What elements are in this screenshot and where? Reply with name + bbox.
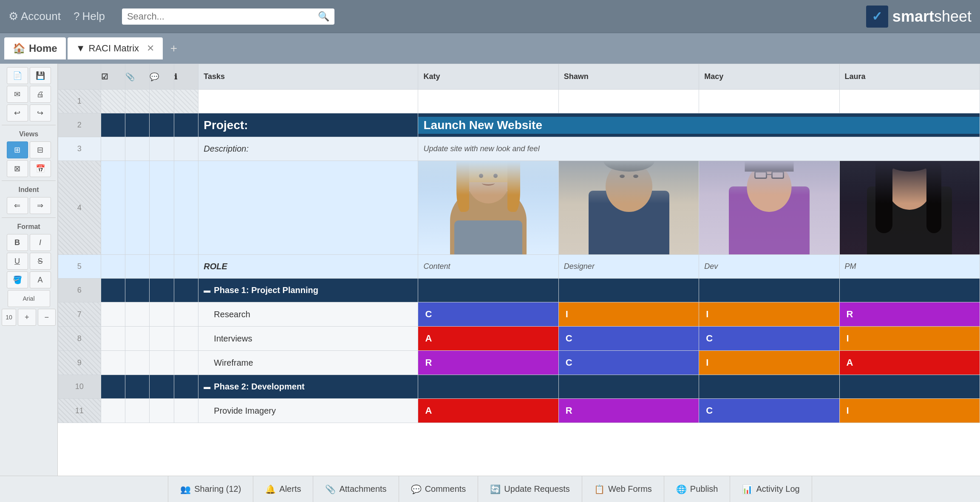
text-color-button[interactable]: A — [30, 271, 51, 288]
calendar-view-button[interactable]: 📅 — [30, 160, 51, 177]
web-forms-button[interactable]: 📋 Web Forms — [582, 476, 664, 502]
row5-macy[interactable]: Dev — [699, 255, 839, 279]
tab-home[interactable]: 🏠 Home — [4, 37, 66, 59]
row7-laura[interactable]: R — [839, 302, 980, 327]
row2-tasks[interactable]: Project: — [198, 113, 418, 137]
new-button[interactable]: 📄 — [7, 67, 28, 84]
close-tab-icon[interactable]: ✕ — [147, 43, 154, 54]
row1-shawn[interactable] — [558, 90, 699, 113]
phase2-label: ▬ Phase 2: Development — [198, 380, 418, 393]
row3-value[interactable]: Update site with new look and feel — [418, 137, 980, 161]
help-menu[interactable]: ? Help — [74, 10, 105, 23]
comments-icon: 💬 — [411, 484, 422, 494]
row10-katy — [418, 375, 558, 399]
undo-button[interactable]: ↩ — [7, 104, 28, 121]
row8-tasks[interactable]: Interviews — [198, 327, 418, 351]
row9-katy[interactable]: R — [418, 351, 558, 375]
row7-shawn[interactable]: I — [558, 302, 699, 327]
bold-button[interactable]: B — [7, 234, 28, 251]
indent-out-button[interactable]: ⇐ — [7, 197, 28, 214]
mail-button[interactable]: ✉ — [7, 86, 28, 103]
add-tab-button[interactable]: + — [164, 39, 183, 58]
fill-color-button[interactable]: 🪣 — [7, 271, 28, 288]
row11-shawn[interactable]: R — [558, 399, 699, 423]
print-button[interactable]: 🖨 — [30, 86, 51, 103]
save-button[interactable]: 💾 — [30, 67, 51, 84]
grid-view-button[interactable]: ⊞ — [7, 141, 28, 158]
tab-raci-matrix[interactable]: ▼ RACI Matrix ✕ — [68, 37, 163, 59]
search-box[interactable]: 🔍 — [122, 8, 334, 25]
publish-button[interactable]: 🌐 Publish — [664, 476, 731, 502]
row11-tasks[interactable]: Provide Imagery — [198, 399, 418, 423]
row2-value[interactable]: Launch New Website — [418, 113, 980, 137]
account-menu[interactable]: ⚙ Account — [8, 10, 61, 23]
row9-info — [174, 351, 198, 375]
row10-tasks[interactable]: ▬ Phase 2: Development — [198, 375, 418, 399]
indent-in-button[interactable]: ⇒ — [30, 197, 51, 214]
sharing-label: Sharing (12) — [194, 484, 241, 494]
attachments-label: Attachments — [339, 484, 386, 494]
alerts-button[interactable]: 🔔 Alerts — [253, 476, 313, 502]
row10-macy — [699, 375, 839, 399]
row2-check — [101, 113, 125, 137]
toolbar-row-font: Arial — [2, 290, 56, 307]
row7-attach — [125, 302, 150, 327]
row9-attach — [125, 351, 150, 375]
activity-log-button[interactable]: 📊 Activity Log — [730, 476, 812, 502]
row1-tasks[interactable] — [198, 90, 418, 113]
row4-info — [174, 161, 198, 255]
katy-role: Content — [418, 260, 558, 273]
comments-button[interactable]: 💬 Comments — [399, 476, 479, 502]
row8-katy[interactable]: A — [418, 327, 558, 351]
font-size-decrease[interactable]: − — [38, 309, 56, 326]
row10-laura — [839, 375, 980, 399]
gantt-view-button[interactable]: ⊠ — [7, 160, 28, 177]
row5-tasks[interactable]: ROLE — [198, 255, 418, 279]
row5-katy[interactable]: Content — [418, 255, 558, 279]
toolbar-row-format2: U S — [2, 253, 56, 270]
row7-macy[interactable]: I — [699, 302, 839, 327]
activity-log-icon: 📊 — [742, 484, 753, 494]
comments-label: Comments — [425, 484, 466, 494]
phase2-toggle[interactable]: ▬ — [204, 383, 210, 391]
row9-tasks[interactable]: Wireframe — [198, 351, 418, 375]
strikethrough-button[interactable]: S — [30, 253, 51, 270]
italic-button[interactable]: I — [30, 234, 51, 251]
row7-tasks[interactable]: Research — [198, 302, 418, 327]
update-requests-button[interactable]: 🔄 Update Requests — [478, 476, 582, 502]
row8-shawn[interactable]: C — [558, 327, 699, 351]
row11-katy[interactable]: A — [418, 399, 558, 423]
font-size-value: 10 — [2, 309, 16, 326]
rownum-8: 8 — [58, 327, 101, 351]
row6-tasks[interactable]: ▬ Phase 1: Project Planning — [198, 279, 418, 302]
phase1-label: ▬ Phase 1: Project Planning — [198, 284, 418, 297]
font-selector[interactable]: Arial — [8, 290, 50, 307]
row5-check — [101, 255, 125, 279]
underline-button[interactable]: U — [7, 253, 28, 270]
col-check: ☑ — [101, 64, 125, 90]
row-8: 8 Interviews A C — [58, 327, 980, 351]
row9-laura[interactable]: A — [839, 351, 980, 375]
row8-laura[interactable]: I — [839, 327, 980, 351]
card-view-button[interactable]: ⊟ — [30, 141, 51, 158]
row9-macy[interactable]: I — [699, 351, 839, 375]
phase1-toggle[interactable]: ▬ — [204, 287, 210, 294]
row8-macy[interactable]: C — [699, 327, 839, 351]
sharing-button[interactable]: 👥 Sharing (12) — [168, 476, 253, 502]
row11-macy[interactable]: C — [699, 399, 839, 423]
row1-laura[interactable] — [839, 90, 980, 113]
row7-katy[interactable]: C — [418, 302, 558, 327]
research-katy-raci: C — [418, 302, 558, 326]
search-input[interactable] — [127, 11, 318, 22]
sharing-icon: 👥 — [180, 484, 191, 494]
attachments-button[interactable]: 📎 Attachments — [313, 476, 399, 502]
font-size-increase[interactable]: + — [18, 309, 36, 326]
row5-laura[interactable]: PM — [839, 255, 980, 279]
redo-button[interactable]: ↪ — [30, 104, 51, 121]
row11-laura[interactable]: I — [839, 399, 980, 423]
row3-tasks[interactable]: Description: — [198, 137, 418, 161]
row5-shawn[interactable]: Designer — [558, 255, 699, 279]
row9-shawn[interactable]: C — [558, 351, 699, 375]
row1-katy[interactable] — [418, 90, 558, 113]
row1-macy[interactable] — [699, 90, 839, 113]
